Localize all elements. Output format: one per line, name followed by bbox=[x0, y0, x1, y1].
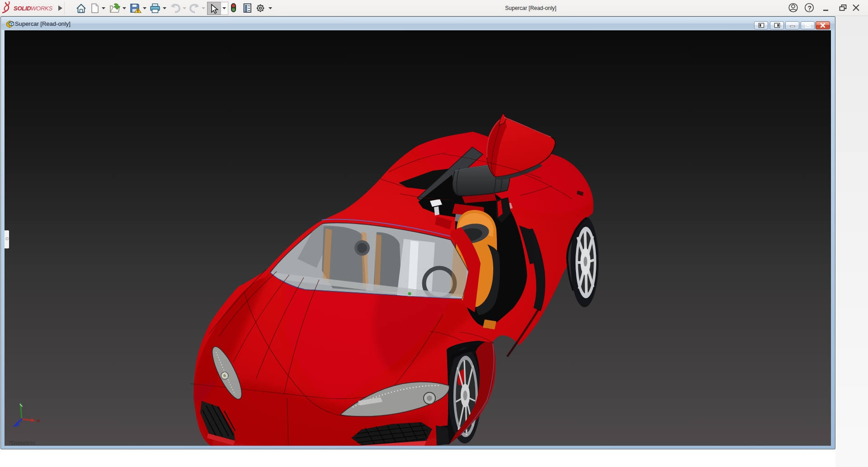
svg-text:WORKS: WORKS bbox=[31, 5, 52, 12]
svg-text:?: ? bbox=[808, 5, 812, 12]
svg-text:*Dimetric: *Dimetric bbox=[9, 439, 36, 446]
svg-text:SOLID: SOLID bbox=[14, 5, 31, 12]
